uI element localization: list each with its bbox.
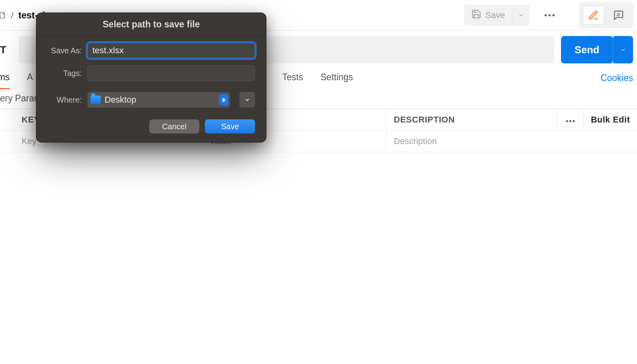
bulk-edit-button[interactable]: Bulk Edit (584, 109, 637, 131)
file-icon (0, 11, 6, 20)
save-as-input[interactable] (87, 43, 255, 58)
svg-point-0 (545, 14, 547, 16)
col-description: DESCRIPTION (387, 109, 557, 131)
cell-description[interactable]: Description (387, 131, 637, 152)
svg-point-2 (552, 14, 555, 16)
svg-point-6 (569, 120, 571, 122)
save-dropdown-button[interactable] (512, 5, 530, 26)
ellipsis-icon (566, 120, 575, 123)
send-button[interactable]: Send (561, 36, 613, 63)
breadcrumb-separator: / (11, 10, 14, 21)
cancel-button[interactable]: Cancel (149, 119, 199, 133)
save-button[interactable]: Save (464, 5, 512, 26)
pencil-icon (588, 10, 599, 21)
tab-tests[interactable]: Tests (282, 72, 303, 89)
stepper-icon (219, 94, 228, 105)
folder-icon (90, 96, 101, 104)
expand-dialog-button[interactable] (239, 92, 255, 108)
save-button-group: Save (464, 5, 530, 26)
where-label: Where: (47, 96, 82, 105)
svg-point-1 (548, 14, 551, 16)
dialog-save-button[interactable]: Save (205, 119, 255, 133)
dialog-title: Select path to save file (36, 13, 266, 36)
tab-params[interactable]: ms (0, 72, 10, 89)
chevron-down-icon (244, 97, 250, 103)
tags-label: Tags: (47, 69, 82, 78)
edit-button[interactable] (583, 6, 604, 25)
tab-authorization[interactable]: A (27, 72, 33, 89)
svg-point-7 (573, 120, 575, 122)
save-button-label: Save (485, 10, 505, 20)
where-select[interactable]: Desktop (87, 92, 230, 108)
chevron-down-icon (518, 12, 524, 18)
comments-button[interactable] (608, 6, 629, 25)
chevron-down-icon (620, 47, 626, 53)
comment-icon (613, 10, 624, 21)
tags-input[interactable] (87, 65, 255, 81)
save-file-dialog: Select path to save file Save As: Tags: … (36, 13, 266, 142)
col-actions[interactable] (557, 109, 584, 131)
tab-settings[interactable]: Settings (320, 72, 353, 89)
http-method[interactable]: T (0, 36, 12, 63)
save-as-label: Save As: (47, 46, 82, 55)
send-dropdown-button[interactable] (613, 36, 633, 63)
save-icon (471, 9, 481, 22)
where-value: Desktop (105, 95, 215, 105)
svg-point-5 (566, 120, 568, 122)
ellipsis-icon (544, 14, 555, 17)
topbar-right-actions (579, 2, 633, 29)
more-options-button[interactable] (539, 5, 560, 26)
cookies-link[interactable]: Cookies (601, 73, 633, 89)
send-button-group: Send (561, 36, 633, 63)
